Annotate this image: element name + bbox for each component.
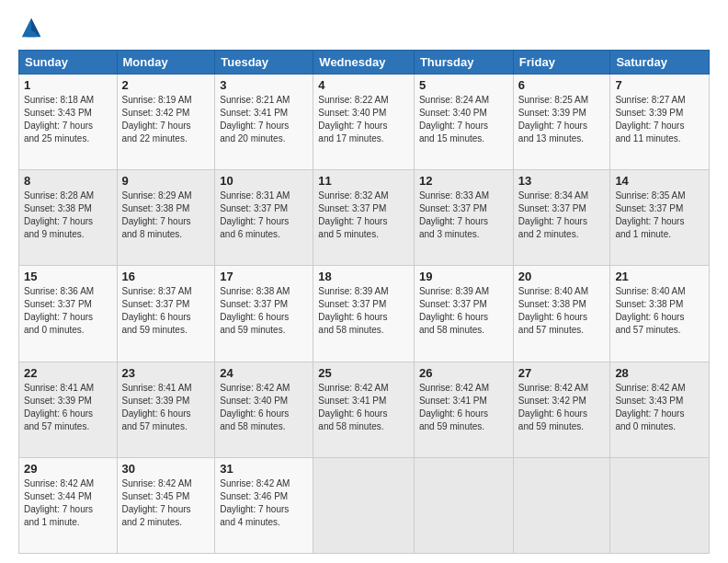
day-info: Sunrise: 8:25 AMSunset: 3:39 PMDaylight:… [518, 94, 606, 145]
calendar-day-cell: 7Sunrise: 8:27 AMSunset: 3:39 PMDaylight… [610, 75, 710, 170]
day-info: Sunrise: 8:24 AMSunset: 3:40 PMDaylight:… [419, 94, 508, 145]
calendar-day-cell: 28Sunrise: 8:42 AMSunset: 3:43 PMDayligh… [610, 362, 710, 457]
day-info: Sunrise: 8:37 AMSunset: 3:37 PMDaylight:… [122, 285, 210, 337]
calendar-week-row: 29Sunrise: 8:42 AMSunset: 3:44 PMDayligh… [19, 457, 710, 553]
day-number: 29 [24, 462, 112, 476]
day-info: Sunrise: 8:28 AMSunset: 3:38 PMDaylight:… [24, 190, 112, 241]
calendar-week-row: 8Sunrise: 8:28 AMSunset: 3:38 PMDaylight… [19, 170, 710, 266]
day-info: Sunrise: 8:42 AMSunset: 3:43 PMDaylight:… [615, 382, 704, 433]
day-number: 26 [419, 366, 508, 380]
calendar-day-cell: 21Sunrise: 8:40 AMSunset: 3:38 PMDayligh… [610, 266, 710, 362]
day-info: Sunrise: 8:22 AMSunset: 3:40 PMDaylight:… [318, 94, 409, 145]
calendar-day-cell: 24Sunrise: 8:42 AMSunset: 3:40 PMDayligh… [215, 362, 313, 457]
calendar-day-cell: 5Sunrise: 8:24 AMSunset: 3:40 PMDaylight… [414, 75, 513, 170]
day-info: Sunrise: 8:42 AMSunset: 3:41 PMDaylight:… [318, 382, 409, 433]
day-number: 4 [318, 78, 409, 92]
day-info: Sunrise: 8:19 AMSunset: 3:42 PMDaylight:… [122, 94, 210, 145]
calendar-header-row: SundayMondayTuesdayWednesdayThursdayFrid… [19, 51, 710, 75]
calendar-day-cell: 30Sunrise: 8:42 AMSunset: 3:45 PMDayligh… [117, 457, 215, 553]
calendar-day-cell [414, 457, 513, 553]
calendar-day-cell: 31Sunrise: 8:42 AMSunset: 3:46 PMDayligh… [215, 457, 313, 553]
calendar-day-cell: 25Sunrise: 8:42 AMSunset: 3:41 PMDayligh… [313, 362, 415, 457]
calendar-day-cell: 1Sunrise: 8:18 AMSunset: 3:43 PMDaylight… [19, 75, 118, 170]
day-number: 28 [615, 366, 704, 380]
day-number: 20 [518, 270, 606, 283]
day-info: Sunrise: 8:33 AMSunset: 3:37 PMDaylight:… [419, 190, 508, 241]
calendar-day-cell: 20Sunrise: 8:40 AMSunset: 3:38 PMDayligh… [513, 266, 610, 362]
day-info: Sunrise: 8:42 AMSunset: 3:46 PMDaylight:… [220, 477, 308, 529]
calendar-day-cell: 9Sunrise: 8:29 AMSunset: 3:38 PMDaylight… [117, 170, 215, 266]
day-info: Sunrise: 8:39 AMSunset: 3:37 PMDaylight:… [419, 285, 508, 337]
day-info: Sunrise: 8:42 AMSunset: 3:44 PMDaylight:… [24, 477, 112, 529]
day-number: 16 [122, 270, 210, 283]
calendar-day-header: Monday [117, 51, 215, 75]
calendar-day-header: Tuesday [215, 51, 313, 75]
day-info: Sunrise: 8:38 AMSunset: 3:37 PMDaylight:… [220, 285, 308, 337]
day-number: 12 [419, 174, 508, 188]
day-number: 23 [122, 366, 210, 380]
day-info: Sunrise: 8:42 AMSunset: 3:42 PMDaylight:… [518, 382, 606, 433]
day-number: 15 [24, 270, 112, 283]
day-number: 1 [24, 78, 112, 92]
svg-rect-2 [27, 32, 35, 38]
calendar-week-row: 22Sunrise: 8:41 AMSunset: 3:39 PMDayligh… [19, 362, 710, 457]
day-number: 22 [24, 366, 112, 380]
calendar-day-cell: 14Sunrise: 8:35 AMSunset: 3:37 PMDayligh… [610, 170, 710, 266]
calendar-day-cell: 29Sunrise: 8:42 AMSunset: 3:44 PMDayligh… [19, 457, 118, 553]
day-info: Sunrise: 8:31 AMSunset: 3:37 PMDaylight:… [220, 190, 308, 241]
day-number: 27 [518, 366, 606, 380]
calendar-day-cell: 18Sunrise: 8:39 AMSunset: 3:37 PMDayligh… [313, 266, 415, 362]
day-info: Sunrise: 8:41 AMSunset: 3:39 PMDaylight:… [24, 382, 112, 433]
day-number: 19 [419, 270, 508, 283]
day-number: 24 [220, 366, 308, 380]
day-info: Sunrise: 8:42 AMSunset: 3:40 PMDaylight:… [220, 382, 308, 433]
calendar-day-header: Wednesday [313, 51, 415, 75]
calendar-day-cell: 6Sunrise: 8:25 AMSunset: 3:39 PMDaylight… [513, 75, 610, 170]
day-info: Sunrise: 8:18 AMSunset: 3:43 PMDaylight:… [24, 94, 112, 145]
day-info: Sunrise: 8:42 AMSunset: 3:45 PMDaylight:… [122, 477, 210, 529]
calendar-day-cell: 4Sunrise: 8:22 AMSunset: 3:40 PMDaylight… [313, 75, 415, 170]
calendar-day-cell: 15Sunrise: 8:36 AMSunset: 3:37 PMDayligh… [19, 266, 118, 362]
day-number: 10 [220, 174, 308, 188]
calendar-day-header: Sunday [19, 51, 118, 75]
calendar-day-header: Friday [513, 51, 610, 75]
calendar-day-cell: 2Sunrise: 8:19 AMSunset: 3:42 PMDaylight… [117, 75, 215, 170]
day-number: 5 [419, 78, 508, 92]
day-info: Sunrise: 8:41 AMSunset: 3:39 PMDaylight:… [122, 382, 210, 433]
calendar-day-cell: 16Sunrise: 8:37 AMSunset: 3:37 PMDayligh… [117, 266, 215, 362]
logo [18, 15, 48, 40]
calendar-day-cell: 3Sunrise: 8:21 AMSunset: 3:41 PMDaylight… [215, 75, 313, 170]
day-number: 31 [220, 462, 308, 476]
day-number: 18 [318, 270, 409, 283]
calendar-day-cell [313, 457, 415, 553]
header [18, 15, 710, 40]
day-info: Sunrise: 8:32 AMSunset: 3:37 PMDaylight:… [318, 190, 409, 241]
day-number: 7 [615, 78, 704, 92]
day-info: Sunrise: 8:36 AMSunset: 3:37 PMDaylight:… [24, 285, 112, 337]
calendar-day-cell: 10Sunrise: 8:31 AMSunset: 3:37 PMDayligh… [215, 170, 313, 266]
day-info: Sunrise: 8:35 AMSunset: 3:37 PMDaylight:… [615, 190, 704, 241]
day-info: Sunrise: 8:42 AMSunset: 3:41 PMDaylight:… [419, 382, 508, 433]
day-info: Sunrise: 8:40 AMSunset: 3:38 PMDaylight:… [518, 285, 606, 337]
calendar-day-cell [513, 457, 610, 553]
day-info: Sunrise: 8:27 AMSunset: 3:39 PMDaylight:… [615, 94, 704, 145]
day-number: 17 [220, 270, 308, 283]
day-number: 14 [615, 174, 704, 188]
day-number: 25 [318, 366, 409, 380]
day-number: 13 [518, 174, 606, 188]
calendar-day-cell: 8Sunrise: 8:28 AMSunset: 3:38 PMDaylight… [19, 170, 118, 266]
day-info: Sunrise: 8:29 AMSunset: 3:38 PMDaylight:… [122, 190, 210, 241]
calendar-day-cell: 13Sunrise: 8:34 AMSunset: 3:37 PMDayligh… [513, 170, 610, 266]
calendar-week-row: 15Sunrise: 8:36 AMSunset: 3:37 PMDayligh… [19, 266, 710, 362]
day-number: 6 [518, 78, 606, 92]
day-number: 3 [220, 78, 308, 92]
day-number: 2 [122, 78, 210, 92]
calendar-day-cell: 26Sunrise: 8:42 AMSunset: 3:41 PMDayligh… [414, 362, 513, 457]
day-number: 8 [24, 174, 112, 188]
page: SundayMondayTuesdayWednesdayThursdayFrid… [0, 0, 728, 563]
calendar-day-cell: 27Sunrise: 8:42 AMSunset: 3:42 PMDayligh… [513, 362, 610, 457]
calendar-day-cell: 22Sunrise: 8:41 AMSunset: 3:39 PMDayligh… [19, 362, 118, 457]
calendar-day-cell [610, 457, 710, 553]
day-info: Sunrise: 8:40 AMSunset: 3:38 PMDaylight:… [615, 285, 704, 337]
calendar-day-header: Thursday [414, 51, 513, 75]
